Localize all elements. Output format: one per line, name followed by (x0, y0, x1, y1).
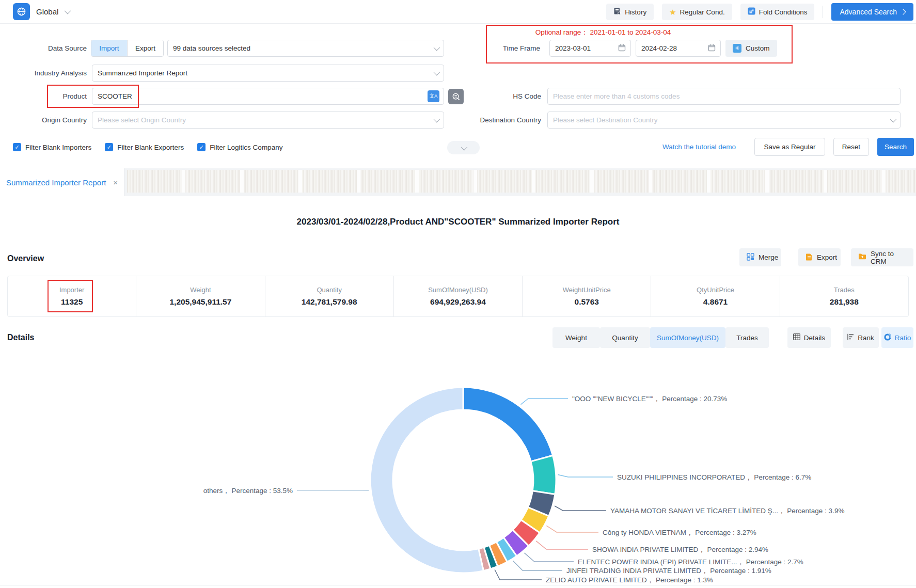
chart-label-0: "OOO ""NEW BICYCLE"""， Percentage : 20.7… (572, 395, 727, 403)
export-label: Export (817, 253, 837, 261)
regular-cond-button[interactable]: ★ Regular Cond. (662, 4, 732, 20)
view-tab-ratio[interactable]: Ratio (881, 327, 913, 348)
chart-label-1: SUZUKI PHILIPPINES INCORPORATED， Percent… (617, 473, 811, 481)
checkbox-label: Filter Logitics Company (210, 144, 282, 151)
industry-analysis-label: Industry Analysis (0, 65, 87, 82)
chart-label-6: JINFEI TRADING INDIA PRIVATE LIMITED， Pe… (566, 567, 771, 575)
metric-tab-quantity[interactable]: Quantity (600, 327, 650, 348)
stat-value: 4.8671 (703, 297, 728, 307)
checkbox-label: Filter Blank Importers (25, 144, 91, 151)
destination-country-label: Destination Country (444, 112, 541, 129)
chevron-down-icon (434, 44, 440, 51)
checkbox-filter-blank-importers[interactable]: ✓ Filter Blank Importers (13, 143, 91, 151)
chart-label-4: SHOWA INDIA PRIVATE LIMITED， Percentage … (592, 546, 768, 553)
advanced-search-button[interactable]: Advanced Search (831, 3, 913, 21)
stat-label: Weight (190, 286, 211, 294)
history-icon (613, 7, 621, 17)
collapse-conditions-button[interactable] (447, 141, 480, 154)
chart-label-2: YAMAHA MOTOR SANAYI VE TİCARET LİMİTED Ş… (610, 507, 844, 515)
stat-weight-unit-price: WeightUnitPrice 0.5763 (522, 276, 651, 316)
chart-leader-line-2 (555, 506, 606, 511)
stat-label: SumOfMoney(USD) (428, 286, 488, 294)
stat-value: 1,205,945,911.57 (170, 297, 232, 307)
hs-code-input[interactable] (547, 88, 901, 105)
chart-leader-line-0 (521, 399, 568, 405)
view-tab-details[interactable]: Details (787, 327, 831, 348)
overview-heading: Overview (7, 254, 44, 263)
save-as-regular-button[interactable]: Save as Regular (754, 138, 825, 156)
merge-button[interactable]: Merge (739, 248, 781, 266)
chart-label-8: ZELIO AUTO PRIVATE LIMITED， Percentage :… (546, 576, 713, 584)
checkbox-filter-blank-exporters[interactable]: ✓ Filter Blank Exporters (105, 143, 184, 151)
reset-button[interactable]: Reset (833, 138, 869, 156)
destination-country-select[interactable]: Please select Destination Country (547, 112, 901, 129)
origin-country-placeholder: Please select Origin Country (92, 116, 434, 124)
chevron-down-icon (434, 69, 440, 76)
chart-leader-line-5 (524, 553, 574, 562)
hs-code-label: HS Code (465, 88, 541, 105)
view-tab-rank[interactable]: Rank (843, 327, 879, 348)
stat-value: 142,781,579.98 (302, 297, 357, 307)
custom-range-button[interactable]: ✳ Custom (725, 40, 777, 57)
product-input[interactable] (92, 88, 444, 105)
top-bar-actions: History ★ Regular Cond. Fold Conditions … (606, 3, 913, 21)
chevron-down-icon (434, 116, 440, 123)
tab-summarized-importer-report[interactable]: Summarized Importer Report × (0, 168, 124, 196)
stat-value: 281,938 (830, 297, 859, 307)
export-tab[interactable]: Export (127, 40, 163, 56)
custom-label: Custom (746, 44, 770, 52)
date-to-input[interactable]: 2024-02-28 (636, 40, 721, 57)
chevron-down-icon (890, 116, 897, 123)
overview-stats-card: Importer 11325 Weight 1,205,945,911.57 Q… (7, 276, 909, 317)
close-icon[interactable]: × (113, 178, 118, 187)
data-sources-select[interactable]: 99 data sources selected (167, 40, 444, 57)
stat-value: 11325 (61, 297, 83, 307)
stat-importer: Importer 11325 (8, 276, 136, 316)
history-button[interactable]: History (606, 4, 654, 20)
stat-label: WeightUnitPrice (563, 286, 611, 294)
search-button[interactable]: Search (877, 138, 914, 156)
rank-icon (847, 333, 854, 342)
export-button[interactable]: Export (798, 248, 841, 266)
region-label: Global (36, 7, 58, 16)
metric-tab-sum-of-money[interactable]: SumOfMoney(USD) (650, 327, 725, 348)
translate-icon[interactable]: 文A (428, 90, 439, 102)
stat-trades: Trades 281,938 (780, 276, 908, 316)
destination-country-placeholder: Please select Destination Country (548, 116, 890, 124)
chart-label-5: ELENTEC POWER INDIA (EPI) PRIVATE LIMITE… (578, 558, 803, 566)
date-from-value: 2023-03-01 (550, 44, 618, 52)
region-selector[interactable]: Global (13, 3, 69, 20)
export-file-icon (806, 253, 813, 262)
section-divider (0, 585, 916, 585)
donut-slice-10[interactable] (370, 387, 483, 573)
stat-qty-unit-price: QtyUnitPrice 4.8671 (651, 276, 779, 316)
donut-slice-1[interactable] (531, 455, 556, 494)
merge-label: Merge (759, 253, 778, 261)
stat-sum-of-money: SumOfMoney(USD) 694,929,263.94 (393, 276, 522, 316)
top-bar: Global History ★ Regular Cond. Fold Cond… (0, 0, 916, 24)
fold-conditions-button[interactable]: Fold Conditions (740, 4, 815, 20)
sync-to-crm-button[interactable]: Sync to CRM (851, 248, 913, 266)
metric-tab-weight[interactable]: Weight (552, 327, 600, 348)
tutorial-demo-link[interactable]: Watch the tutorial demo (662, 143, 736, 151)
metric-tab-trades[interactable]: Trades (725, 327, 769, 348)
tab-title: Summarized Importer Report (6, 178, 106, 187)
checkbox-filter-logitics-company[interactable]: ✓ Filter Logitics Company (197, 143, 282, 151)
exact-match-search-icon[interactable] (448, 89, 464, 104)
checkbox-checked-icon: ✓ (105, 143, 113, 151)
origin-country-select[interactable]: Please select Origin Country (92, 112, 444, 129)
fold-conditions-label: Fold Conditions (759, 8, 808, 16)
chart-leader-line-6 (513, 561, 562, 570)
filter-checkbox-row: ✓ Filter Blank Importers ✓ Filter Blank … (13, 143, 282, 151)
industry-analysis-select[interactable]: Summarized Importer Report (92, 65, 444, 82)
fold-icon (748, 7, 755, 17)
checkbox-checked-icon: ✓ (13, 143, 21, 151)
import-tab[interactable]: Import (91, 40, 127, 56)
stat-quantity: Quantity 142,781,579.98 (265, 276, 393, 316)
product-label: Product (0, 88, 87, 105)
date-from-input[interactable]: 2023-03-01 (549, 40, 631, 57)
view-tab-label: Details (804, 334, 825, 342)
stat-value: 694,929,263.94 (430, 297, 486, 307)
chart-leader-line-1 (558, 474, 613, 477)
stat-label: QtyUnitPrice (697, 286, 734, 294)
